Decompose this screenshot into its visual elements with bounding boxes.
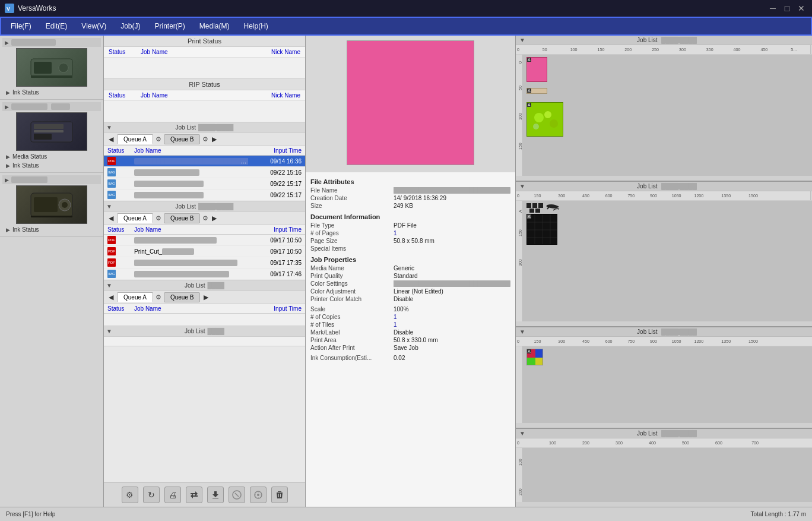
toolbar-settings-btn[interactable]: ⚙: [122, 487, 138, 503]
menu-help[interactable]: Help(H): [237, 20, 275, 33]
jl3-queue-a-gear[interactable]: ⚙: [156, 293, 161, 301]
svg-rect-7: [34, 124, 64, 129]
svg-text:1350: 1350: [721, 340, 731, 344]
jl2-job-row-0[interactable]: PDF ███████████████████ 09/17 10:50: [104, 235, 305, 246]
total-length: Total Length : 1.77 m: [751, 511, 806, 517]
print-status-title: Print Status: [104, 36, 305, 47]
svg-text:500: 500: [682, 441, 689, 445]
jl1-job-row-0[interactable]: PDF ████████████████████████████ 09/14 1…: [104, 156, 305, 167]
minimize-button[interactable]: ─: [767, 2, 779, 14]
rjv1-ruler: 0 50 100 150 200 250 300 350 400 450 5..…: [516, 45, 812, 55]
jl1-job-name-1: ███████████████: [134, 169, 248, 176]
mark-row: Mark/Label Disable: [310, 329, 510, 336]
jl1-queue-b-gear[interactable]: ⚙: [202, 135, 208, 143]
toolbar-stop-btn[interactable]: [229, 487, 245, 503]
color-settings-row: Color Settings █████████████████████████…: [310, 280, 510, 288]
jl1-title: ▼ Job List ████ ████: [104, 122, 305, 133]
printer-header-2: ▶ ████████ ████: [2, 102, 101, 111]
rjv1-scrollbar[interactable]: [516, 176, 812, 181]
jl1-nav-left[interactable]: ◀: [107, 135, 115, 143]
toolbar-transfer-btn[interactable]: [186, 487, 202, 503]
jl3-table-header: Status Job Name Input Time: [104, 304, 305, 314]
middle-panel: Print Status Status Job Name Nick Name R…: [104, 36, 306, 507]
jl2-nav-right[interactable]: ▶: [211, 214, 218, 222]
scale-label: Scale: [310, 306, 394, 312]
preview-image: [347, 40, 474, 165]
rjv4-header: ▼ Job List ████ ████: [516, 429, 812, 438]
jl1-job-row-1[interactable]: IMG ███████████████ 09/22 15:16: [104, 167, 305, 178]
jl1-job-row-3[interactable]: IMG ████████████████ 09/22 15:17: [104, 190, 305, 201]
ps-col-jobname: Job Name: [141, 49, 271, 55]
special-items-row: Special Items: [310, 245, 510, 252]
copies-row: # of Copies 1: [310, 313, 510, 321]
jl2-job-row-3[interactable]: IMG ██████████████████████ 09/17 17:46: [104, 269, 305, 280]
jl4-title: ▼ Job List ████: [104, 326, 305, 337]
title-bar-controls: ─ □ ✕: [767, 2, 807, 14]
rjv1-job-pink: A: [526, 57, 547, 82]
jl1-job-time-2: 09/22 15:17: [248, 181, 302, 187]
jl2-job-row-1[interactable]: PDF Print_Cut_███████ 09/17 10:50: [104, 246, 305, 257]
toolbar-print-btn[interactable]: 🖨: [164, 487, 181, 503]
svg-text:A: A: [518, 210, 522, 213]
toolbar-download-btn[interactable]: [207, 487, 224, 503]
svg-rect-3: [34, 62, 52, 74]
rjv3-scrollbar[interactable]: [516, 423, 812, 428]
close-button[interactable]: ✕: [795, 2, 807, 14]
right-panel: ▼ Job List ████ ████ 0 50 100 150 200 25…: [515, 36, 812, 507]
jl2-job-row-2[interactable]: PDF ████████████████████████ 09/17 17:35: [104, 257, 305, 269]
svg-text:50: 50: [518, 86, 522, 90]
attributes-panel: File Attributes File Name ██████████████…: [306, 172, 515, 507]
printer-status-ink-2[interactable]: ▶ Ink Status: [2, 161, 101, 170]
jl3-nav-left[interactable]: ◀: [107, 293, 115, 301]
jl3-queue-a[interactable]: Queue A: [117, 292, 153, 302]
rjv2-ruler: 0 150 300 450 600 750 900 1050 1200 1350…: [516, 191, 812, 201]
svg-point-36: [534, 113, 544, 122]
maximize-button[interactable]: □: [781, 2, 793, 14]
jl2-queue-a-gear[interactable]: ⚙: [156, 214, 161, 222]
jl3-queue-b[interactable]: Queue B: [164, 292, 200, 302]
print-quality-value: Standard: [394, 273, 510, 279]
menu-file[interactable]: File(F): [4, 20, 39, 33]
doc-info-title: Document Information: [310, 213, 510, 220]
menu-media[interactable]: Media(M): [192, 20, 237, 33]
jl3-nav-right[interactable]: ▶: [202, 293, 210, 301]
menu-view[interactable]: View(V): [74, 20, 113, 33]
app-title: VersaWorks: [18, 4, 56, 12]
toolbar-process-btn[interactable]: [250, 487, 267, 503]
toolbar-delete-btn[interactable]: [271, 487, 288, 503]
jl2-table-header: Status Job Name Input Time: [104, 225, 305, 235]
svg-text:5...: 5...: [791, 48, 797, 52]
menu-printer[interactable]: Printer(P): [148, 20, 192, 33]
rjv2-scrollbar[interactable]: [516, 321, 812, 326]
printer-status-media-2[interactable]: ▶ Media Status: [2, 152, 101, 161]
file-type-value: PDF File: [394, 222, 510, 229]
svg-rect-81: [535, 349, 543, 358]
jl1-nav-right[interactable]: ▶: [211, 135, 218, 143]
preview-area: [306, 36, 515, 172]
jl2-queue-a[interactable]: Queue A: [117, 213, 153, 223]
file-name-label: File Name: [310, 187, 394, 194]
jl1-queue-b[interactable]: Queue B: [164, 134, 200, 144]
menu-bar: File(F) Edit(E) View(V) Job(J) Printer(P…: [0, 17, 812, 36]
menu-edit[interactable]: Edit(E): [39, 20, 75, 33]
toolbar-refresh-btn[interactable]: ↻: [143, 487, 160, 503]
printer-status-ink-3[interactable]: ▶ Ink Status: [2, 225, 101, 234]
svg-text:100: 100: [549, 441, 556, 445]
svg-text:900: 900: [650, 194, 657, 198]
print-area-value: 50.8 x 330.0 mm: [394, 337, 510, 343]
menu-job[interactable]: Job(J): [113, 20, 147, 33]
svg-text:0: 0: [517, 48, 519, 52]
jl1-queue-a-gear[interactable]: ⚙: [156, 135, 161, 143]
printer-status-ink-1[interactable]: ▶ Ink Status: [2, 88, 101, 97]
jl1-job-name-2: ████████████████: [134, 181, 248, 187]
svg-text:150: 150: [518, 143, 522, 150]
jl2-nav-left[interactable]: ◀: [107, 214, 115, 222]
jl2-queue-b[interactable]: Queue B: [164, 213, 200, 223]
jl1-job-row-2[interactable]: IMG ████████████████ 09/22 15:17: [104, 178, 305, 190]
jl1-queue-a[interactable]: Queue A: [117, 134, 153, 144]
jl3-title: ▼ Job List ████: [104, 280, 305, 291]
jl2-queue-b-gear[interactable]: ⚙: [202, 214, 208, 222]
rjv4-scrollbar[interactable]: [516, 502, 812, 507]
rjv-4: ▼ Job List ████ ████ 0 100 200 300 400 5…: [516, 429, 812, 507]
svg-text:1050: 1050: [672, 194, 681, 198]
